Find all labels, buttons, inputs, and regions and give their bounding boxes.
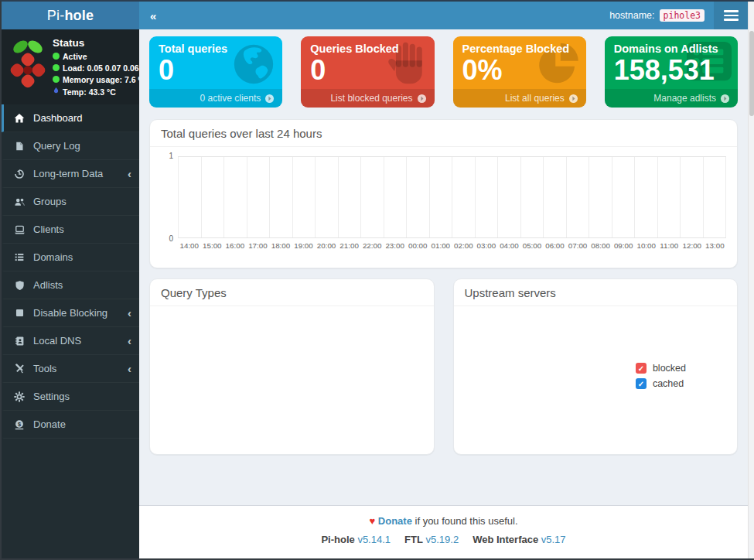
sidebar-item-label: Dashboard	[33, 112, 83, 124]
chart-legend: ✓blocked✓cached	[636, 363, 686, 389]
version-number-link[interactable]: v5.19.2	[425, 534, 459, 545]
queries-chart-canvas[interactable]: 1 0 14:0015:0016:0017:0018:0019:0020:002…	[150, 147, 737, 253]
status-text: Load: 0.05 0.07 0.06	[63, 63, 139, 73]
y-tick-max: 1	[162, 152, 173, 160]
x-tick-label: 16:00	[223, 241, 247, 250]
version-list: Pi-hole v5.14.1FTL v5.19.2Web Interface …	[139, 534, 748, 545]
sidebar-item-domains[interactable]: Domains	[2, 244, 139, 271]
sidebar-item-label: Query Log	[33, 140, 80, 152]
query-types-chart-canvas[interactable]	[150, 306, 434, 446]
stat-card-total-queries: Total queries00 active clients	[149, 36, 282, 108]
sidebar-item-label: Disable Blocking	[33, 307, 107, 319]
x-tick-label: 05:00	[520, 241, 544, 250]
arrow-circle-right-icon	[720, 94, 730, 104]
stat-card-percentage-blocked: Percentage Blocked0%List all queries	[453, 36, 586, 108]
sidebar-item-local-dns[interactable]: Local DNS‹	[2, 327, 139, 355]
hostname-badge: pihole3	[660, 9, 705, 22]
list-icon	[13, 251, 26, 264]
status-text: Temp: 43.3 °C	[63, 87, 116, 97]
status-rows: ActiveLoad: 0.05 0.07 0.06Memory usage: …	[53, 52, 145, 97]
x-tick-label: 07:00	[566, 241, 589, 250]
stat-cards: Total queries00 active clientsQueries Bl…	[149, 36, 738, 108]
x-tick-label: 00:00	[406, 241, 429, 250]
main-content: Total queries00 active clientsQueries Bl…	[139, 29, 748, 505]
version-name: FTL	[404, 534, 423, 545]
x-tick-label: 01:00	[429, 241, 452, 250]
angle-double-left-icon[interactable]: «	[139, 9, 167, 22]
query-types-title: Query Types	[150, 279, 434, 306]
x-tick-label: 18:00	[269, 241, 292, 250]
status-text: Active	[63, 52, 87, 61]
sidebar-item-query-log[interactable]: Query Log	[2, 132, 139, 160]
card-footer-label: List all queries	[505, 93, 565, 104]
status-text: Memory usage: 7.6 %	[63, 75, 145, 84]
version-number-link[interactable]: v5.14.1	[357, 534, 391, 545]
sidebar-item-label: Adlists	[33, 279, 63, 291]
dollar-icon: $	[13, 418, 26, 431]
sidebar: Status ActiveLoad: 0.05 0.07 0.06Memory …	[2, 29, 139, 558]
sidebar-menu: DashboardQuery LogLong-term Data‹GroupsC…	[2, 104, 139, 439]
history-icon	[13, 168, 26, 180]
sidebar-item-groups[interactable]: Groups	[2, 188, 139, 216]
sidebar-item-settings[interactable]: Settings	[2, 383, 139, 411]
card-value: 0%	[453, 55, 586, 85]
version-name: Web Interface	[473, 534, 538, 545]
card-footer-link[interactable]: List blocked queries	[301, 89, 434, 108]
chevron-left-icon: ‹	[128, 168, 131, 179]
card-footer-link[interactable]: List all queries	[453, 89, 586, 108]
x-tick-label: 21:00	[338, 241, 361, 250]
page-scrollbar[interactable]	[748, 2, 754, 558]
sidebar-item-label: Donate	[33, 418, 66, 430]
x-tick-label: 08:00	[589, 241, 612, 250]
footer-donate-link[interactable]: Donate	[378, 515, 412, 527]
legend-checkbox-icon: ✓	[636, 363, 647, 374]
file-icon	[13, 140, 26, 152]
chevron-left-icon: ‹	[128, 307, 131, 319]
chart-gridlines	[178, 156, 726, 238]
heart-icon: ♥	[370, 515, 376, 527]
card-title: Total queries	[149, 36, 282, 55]
gear-icon	[13, 391, 26, 403]
legend-item-blocked[interactable]: ✓blocked	[636, 363, 686, 374]
status-dot-icon	[53, 75, 60, 84]
status-row: Memory usage: 7.6 %	[53, 75, 145, 84]
card-footer-link[interactable]: 0 active clients	[149, 89, 282, 108]
x-tick-label: 10:00	[635, 241, 658, 250]
hamburger-menu-icon[interactable]	[714, 2, 748, 29]
x-tick-label: 17:00	[247, 241, 270, 250]
app-logo[interactable]: Pi-hole	[2, 2, 139, 29]
version-entry: Pi-hole v5.14.1	[321, 534, 391, 545]
users-icon	[13, 196, 26, 208]
x-tick-label: 22:00	[360, 241, 384, 250]
legend-item-cached[interactable]: ✓cached	[636, 378, 686, 389]
card-value: 0	[301, 55, 434, 85]
flame-icon	[53, 87, 60, 97]
arrow-circle-right-icon	[568, 94, 578, 104]
card-footer-link[interactable]: Manage adlists	[605, 89, 738, 108]
stat-card-domains-on-adlists: Domains on Adlists158,531Manage adlists	[605, 36, 738, 108]
x-tick-label: 13:00	[704, 241, 727, 250]
sidebar-item-clients[interactable]: Clients	[2, 216, 139, 244]
sidebar-item-label: Local DNS	[33, 335, 81, 347]
sidebar-item-disable-blocking[interactable]: Disable Blocking‹	[2, 299, 139, 327]
sidebar-item-adlists[interactable]: Adlists	[2, 271, 139, 299]
scrollbar-thumb[interactable]	[749, 31, 754, 116]
sidebar-item-donate[interactable]: $Donate	[2, 411, 139, 439]
home-icon	[13, 112, 26, 125]
raspberry-logo-icon	[8, 36, 48, 97]
page-footer: ♥ Donate if you found this useful. Pi-ho…	[139, 505, 748, 558]
navbar: « hostname: pihole3	[139, 2, 748, 29]
sidebar-item-tools[interactable]: Tools‹	[2, 355, 139, 383]
sidebar-item-label: Settings	[33, 391, 70, 402]
pihole-dashboard: Pi-hole « hostname: pihole3	[0, 0, 754, 560]
upstream-chart-canvas[interactable]	[454, 306, 738, 446]
version-number-link[interactable]: v5.17	[541, 534, 566, 545]
sidebar-item-long-term-data[interactable]: Long-term Data‹	[2, 160, 139, 188]
card-title: Percentage Blocked	[453, 36, 586, 55]
sidebar-item-dashboard[interactable]: Dashboard	[2, 104, 139, 132]
footer-donate-text: if you found this useful.	[412, 515, 518, 527]
queries-over-time-panel: Total queries over last 24 hours 1 0 14:…	[149, 119, 738, 268]
stat-card-queries-blocked: Queries Blocked0List blocked queries	[301, 36, 434, 108]
y-tick-min: 0	[162, 234, 173, 243]
query-types-panel: Query Types	[149, 278, 435, 455]
